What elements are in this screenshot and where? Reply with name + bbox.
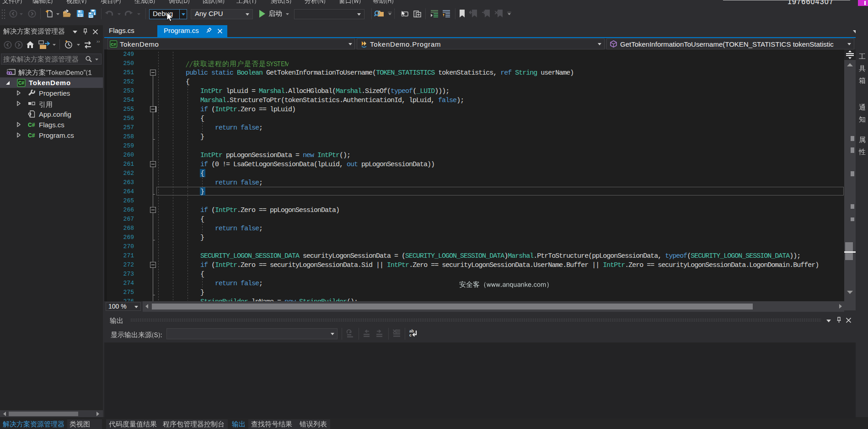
svg-text:c: c — [409, 333, 412, 337]
